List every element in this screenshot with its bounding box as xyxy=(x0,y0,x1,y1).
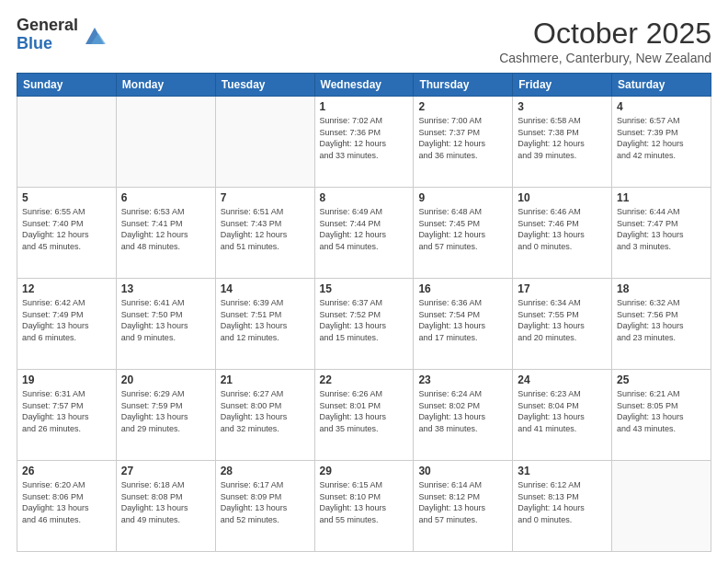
day-info: Sunrise: 6:34 AM Sunset: 7:55 PM Dayligh… xyxy=(518,297,607,343)
table-row: 5Sunrise: 6:55 AM Sunset: 7:40 PM Daylig… xyxy=(17,188,117,279)
table-row: 10Sunrise: 6:46 AM Sunset: 7:46 PM Dayli… xyxy=(513,188,612,279)
col-monday: Monday xyxy=(116,74,215,97)
day-number: 27 xyxy=(121,465,210,477)
table-row: 19Sunrise: 6:31 AM Sunset: 7:57 PM Dayli… xyxy=(17,370,117,461)
day-info: Sunrise: 6:32 AM Sunset: 7:56 PM Dayligh… xyxy=(617,297,706,343)
calendar-table: Sunday Monday Tuesday Wednesday Thursday… xyxy=(17,73,711,552)
table-row: 6Sunrise: 6:53 AM Sunset: 7:41 PM Daylig… xyxy=(116,188,215,279)
day-info: Sunrise: 6:29 AM Sunset: 7:59 PM Dayligh… xyxy=(121,388,210,434)
table-row: 27Sunrise: 6:18 AM Sunset: 8:08 PM Dayli… xyxy=(116,461,215,552)
day-number: 13 xyxy=(121,282,210,295)
day-number: 14 xyxy=(221,282,310,295)
subtitle: Cashmere, Canterbury, New Zealand xyxy=(499,51,711,65)
day-info: Sunrise: 6:41 AM Sunset: 7:50 PM Dayligh… xyxy=(121,297,210,343)
day-number: 15 xyxy=(320,282,409,295)
day-number: 3 xyxy=(518,100,607,113)
table-row xyxy=(215,97,314,188)
day-info: Sunrise: 6:44 AM Sunset: 7:47 PM Dayligh… xyxy=(617,206,706,252)
day-number: 1 xyxy=(320,100,409,113)
table-row: 31Sunrise: 6:12 AM Sunset: 8:13 PM Dayli… xyxy=(513,461,612,552)
day-number: 28 xyxy=(221,465,310,477)
page: General Blue October 2025 Cashmere, Cant… xyxy=(0,0,728,563)
day-info: Sunrise: 6:53 AM Sunset: 7:41 PM Dayligh… xyxy=(121,206,210,252)
table-row: 1Sunrise: 7:02 AM Sunset: 7:36 PM Daylig… xyxy=(314,97,414,188)
day-number: 31 xyxy=(518,465,607,477)
day-number: 22 xyxy=(320,373,409,386)
day-number: 7 xyxy=(221,191,310,204)
day-info: Sunrise: 6:21 AM Sunset: 8:05 PM Dayligh… xyxy=(617,388,706,434)
day-number: 19 xyxy=(22,373,111,386)
day-number: 2 xyxy=(418,100,507,113)
table-row: 11Sunrise: 6:44 AM Sunset: 7:47 PM Dayli… xyxy=(612,188,711,279)
table-row: 16Sunrise: 6:36 AM Sunset: 7:54 PM Dayli… xyxy=(414,279,513,370)
table-row: 15Sunrise: 6:37 AM Sunset: 7:52 PM Dayli… xyxy=(314,279,414,370)
day-number: 12 xyxy=(22,282,111,295)
table-row: 18Sunrise: 6:32 AM Sunset: 7:56 PM Dayli… xyxy=(612,279,711,370)
day-info: Sunrise: 6:37 AM Sunset: 7:52 PM Dayligh… xyxy=(320,297,409,343)
calendar-week-5: 26Sunrise: 6:20 AM Sunset: 8:06 PM Dayli… xyxy=(17,461,711,552)
table-row: 8Sunrise: 6:49 AM Sunset: 7:44 PM Daylig… xyxy=(314,188,414,279)
day-number: 26 xyxy=(22,465,111,477)
calendar-week-4: 19Sunrise: 6:31 AM Sunset: 7:57 PM Dayli… xyxy=(17,370,711,461)
table-row: 7Sunrise: 6:51 AM Sunset: 7:43 PM Daylig… xyxy=(215,188,314,279)
logo-icon xyxy=(82,22,108,48)
day-info: Sunrise: 6:18 AM Sunset: 8:08 PM Dayligh… xyxy=(121,479,210,525)
day-info: Sunrise: 6:27 AM Sunset: 8:00 PM Dayligh… xyxy=(221,388,310,434)
day-info: Sunrise: 6:20 AM Sunset: 8:06 PM Dayligh… xyxy=(22,479,111,525)
day-info: Sunrise: 6:48 AM Sunset: 7:45 PM Dayligh… xyxy=(418,206,507,252)
table-row: 21Sunrise: 6:27 AM Sunset: 8:00 PM Dayli… xyxy=(215,370,314,461)
table-row: 12Sunrise: 6:42 AM Sunset: 7:49 PM Dayli… xyxy=(17,279,117,370)
day-info: Sunrise: 6:46 AM Sunset: 7:46 PM Dayligh… xyxy=(518,206,607,252)
calendar-week-3: 12Sunrise: 6:42 AM Sunset: 7:49 PM Dayli… xyxy=(17,279,711,370)
day-info: Sunrise: 6:51 AM Sunset: 7:43 PM Dayligh… xyxy=(221,206,310,252)
table-row xyxy=(116,97,215,188)
day-number: 6 xyxy=(121,191,210,204)
table-row: 22Sunrise: 6:26 AM Sunset: 8:01 PM Dayli… xyxy=(314,370,414,461)
table-row: 2Sunrise: 7:00 AM Sunset: 7:37 PM Daylig… xyxy=(414,97,513,188)
col-saturday: Saturday xyxy=(612,74,711,97)
table-row: 26Sunrise: 6:20 AM Sunset: 8:06 PM Dayli… xyxy=(17,461,117,552)
day-number: 10 xyxy=(518,191,607,204)
table-row: 28Sunrise: 6:17 AM Sunset: 8:09 PM Dayli… xyxy=(215,461,314,552)
day-info: Sunrise: 6:12 AM Sunset: 8:13 PM Dayligh… xyxy=(518,479,607,525)
table-row: 29Sunrise: 6:15 AM Sunset: 8:10 PM Dayli… xyxy=(314,461,414,552)
col-thursday: Thursday xyxy=(414,74,513,97)
day-info: Sunrise: 6:36 AM Sunset: 7:54 PM Dayligh… xyxy=(418,297,507,343)
day-number: 23 xyxy=(418,373,507,386)
logo: General Blue xyxy=(17,17,108,53)
day-info: Sunrise: 6:39 AM Sunset: 7:51 PM Dayligh… xyxy=(221,297,310,343)
table-row: 23Sunrise: 6:24 AM Sunset: 8:02 PM Dayli… xyxy=(414,370,513,461)
month-title: October 2025 xyxy=(499,17,711,51)
logo-blue: Blue xyxy=(17,35,78,53)
day-info: Sunrise: 6:55 AM Sunset: 7:40 PM Dayligh… xyxy=(22,206,111,252)
table-row: 3Sunrise: 6:58 AM Sunset: 7:38 PM Daylig… xyxy=(513,97,612,188)
day-info: Sunrise: 6:42 AM Sunset: 7:49 PM Dayligh… xyxy=(22,297,111,343)
day-number: 17 xyxy=(518,282,607,295)
calendar-week-2: 5Sunrise: 6:55 AM Sunset: 7:40 PM Daylig… xyxy=(17,188,711,279)
header: General Blue October 2025 Cashmere, Cant… xyxy=(17,17,711,65)
day-info: Sunrise: 6:24 AM Sunset: 8:02 PM Dayligh… xyxy=(418,388,507,434)
day-info: Sunrise: 6:23 AM Sunset: 8:04 PM Dayligh… xyxy=(518,388,607,434)
table-row: 14Sunrise: 6:39 AM Sunset: 7:51 PM Dayli… xyxy=(215,279,314,370)
day-info: Sunrise: 7:00 AM Sunset: 7:37 PM Dayligh… xyxy=(418,115,507,161)
day-number: 25 xyxy=(617,373,706,386)
day-info: Sunrise: 6:15 AM Sunset: 8:10 PM Dayligh… xyxy=(320,479,409,525)
day-info: Sunrise: 7:02 AM Sunset: 7:36 PM Dayligh… xyxy=(320,115,409,161)
logo-text: General Blue xyxy=(17,17,78,53)
calendar-header-row: Sunday Monday Tuesday Wednesday Thursday… xyxy=(17,74,711,97)
day-number: 24 xyxy=(518,373,607,386)
col-sunday: Sunday xyxy=(17,74,117,97)
day-number: 18 xyxy=(617,282,706,295)
table-row: 25Sunrise: 6:21 AM Sunset: 8:05 PM Dayli… xyxy=(612,370,711,461)
table-row: 9Sunrise: 6:48 AM Sunset: 7:45 PM Daylig… xyxy=(414,188,513,279)
day-info: Sunrise: 6:57 AM Sunset: 7:39 PM Dayligh… xyxy=(617,115,706,161)
table-row: 24Sunrise: 6:23 AM Sunset: 8:04 PM Dayli… xyxy=(513,370,612,461)
day-number: 16 xyxy=(418,282,507,295)
day-info: Sunrise: 6:31 AM Sunset: 7:57 PM Dayligh… xyxy=(22,388,111,434)
day-number: 11 xyxy=(617,191,706,204)
day-number: 21 xyxy=(221,373,310,386)
title-area: October 2025 Cashmere, Canterbury, New Z… xyxy=(499,17,711,65)
day-info: Sunrise: 6:14 AM Sunset: 8:12 PM Dayligh… xyxy=(418,479,507,525)
table-row: 20Sunrise: 6:29 AM Sunset: 7:59 PM Dayli… xyxy=(116,370,215,461)
day-number: 8 xyxy=(320,191,409,204)
